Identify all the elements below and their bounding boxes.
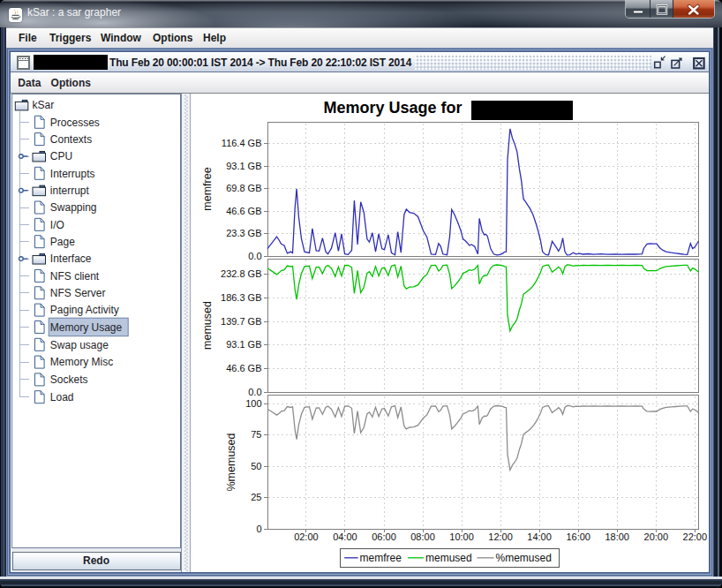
svg-text:139.7 GB: 139.7 GB [221, 316, 261, 327]
svg-text:02:00: 02:00 [294, 531, 319, 542]
svg-text:Sockets: Sockets [50, 373, 88, 386]
svg-text:Processes: Processes [50, 116, 100, 128]
svg-text:69.8 GB: 69.8 GB [226, 183, 261, 193]
svg-text:186.3 GB: 186.3 GB [221, 292, 261, 303]
svg-text:0: 0 [256, 524, 261, 534]
svg-text:12:00: 12:00 [488, 531, 513, 542]
svg-text:Page: Page [50, 235, 75, 247]
svg-text:Memory Usage for: Memory Usage for [323, 99, 462, 117]
svg-text:memused: memused [425, 552, 472, 564]
svg-text:Swapping: Swapping [50, 201, 97, 214]
svg-text:46.6 GB: 46.6 GB [226, 363, 261, 373]
svg-text:%memused: %memused [224, 433, 237, 491]
svg-text:08:00: 08:00 [410, 531, 435, 542]
svg-text:232.8 GB: 232.8 GB [221, 268, 261, 279]
svg-text:25: 25 [251, 492, 261, 502]
svg-text:100: 100 [245, 398, 261, 409]
svg-text:memused: memused [200, 301, 213, 350]
svg-text:kSar: kSar [33, 99, 55, 111]
svg-text:Interrupts: Interrupts [50, 167, 95, 179]
svg-text:Paging Activity: Paging Activity [50, 304, 119, 316]
svg-text:16:00: 16:00 [566, 531, 590, 542]
svg-text:0.0: 0.0 [248, 387, 261, 397]
svg-text:50: 50 [251, 461, 261, 471]
svg-text:22:00: 22:00 [682, 531, 707, 542]
svg-text:20:00: 20:00 [643, 531, 668, 542]
svg-text:04:00: 04:00 [333, 531, 357, 542]
svg-text:I/O: I/O [50, 218, 64, 230]
svg-text:memfree: memfree [359, 552, 402, 564]
svg-text:23.3 GB: 23.3 GB [226, 228, 261, 238]
svg-text:46.6 GB: 46.6 GB [226, 206, 261, 216]
svg-text:CPU: CPU [50, 150, 72, 162]
svg-text:93.1 GB: 93.1 GB [226, 161, 261, 171]
svg-text:10:00: 10:00 [449, 531, 474, 542]
svg-text:Swap usage: Swap usage [50, 338, 109, 351]
svg-text:interrupt: interrupt [50, 184, 90, 196]
svg-text:14:00: 14:00 [527, 531, 552, 542]
svg-text:0.0: 0.0 [248, 251, 261, 261]
svg-text:93.1 GB: 93.1 GB [226, 339, 261, 350]
svg-text:18:00: 18:00 [605, 531, 629, 542]
svg-text:Contexts: Contexts [50, 132, 92, 145]
svg-text:06:00: 06:00 [372, 531, 396, 542]
svg-text:Memory Usage: Memory Usage [50, 320, 123, 333]
svg-text:Load: Load [50, 390, 74, 403]
svg-text:NFS Server: NFS Server [50, 287, 106, 299]
svg-text:116.4 GB: 116.4 GB [221, 138, 261, 148]
svg-text:Memory Misc: Memory Misc [50, 356, 113, 368]
svg-text:memfree: memfree [200, 167, 213, 210]
svg-text:75: 75 [251, 429, 261, 440]
svg-text:NFS client: NFS client [50, 269, 100, 282]
svg-text:Interface: Interface [50, 253, 92, 265]
svg-text:%memused: %memused [495, 552, 551, 564]
